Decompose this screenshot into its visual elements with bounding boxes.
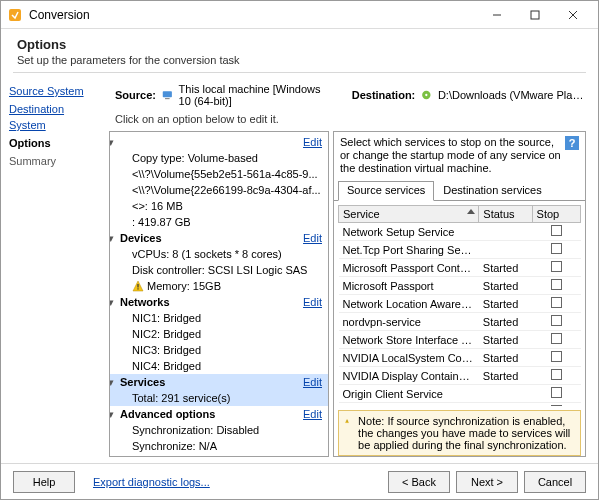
status-cell: Started bbox=[479, 331, 532, 349]
table-row[interactable]: Origin Web Helper ServiceStarted bbox=[339, 403, 581, 407]
dest-value: D:\Downloads (VMware Player 7.x/12.x) bbox=[438, 89, 586, 101]
sidebar-item-source-system[interactable]: Source System bbox=[9, 83, 101, 99]
table-row[interactable]: Network Location AwarenessStarted bbox=[339, 295, 581, 313]
table-row[interactable]: Network Setup Service bbox=[339, 223, 581, 241]
table-row[interactable]: Network Store Interface ServiceStarted bbox=[339, 331, 581, 349]
tree-item-label: NIC2: Bridged bbox=[132, 327, 324, 341]
tree-item[interactable]: <\\?\Volume{22e66199-8c9a-4304-af... bbox=[110, 182, 328, 198]
tree-item-label: <\\?\Volume{55eb2e51-561a-4c85-9... bbox=[132, 167, 324, 181]
maximize-button[interactable] bbox=[516, 2, 554, 28]
stop-cell bbox=[532, 259, 580, 277]
tree-section-header[interactable]: ▾Edit bbox=[110, 134, 328, 150]
edit-link[interactable]: Edit bbox=[303, 231, 324, 245]
table-row[interactable]: Origin Client Service bbox=[339, 385, 581, 403]
svg-rect-6 bbox=[165, 98, 170, 99]
tree-item-label: : 419.87 GB bbox=[132, 215, 324, 229]
tree-item[interactable]: <\\?\Volume{55eb2e51-561a-4c85-9... bbox=[110, 166, 328, 182]
service-cell: Origin Client Service bbox=[339, 385, 479, 403]
hint-text: Click on an option below to edit it. bbox=[109, 111, 586, 131]
help-button[interactable]: Help bbox=[13, 471, 75, 493]
tree-section-header[interactable]: ▾NetworksEdit bbox=[110, 294, 328, 310]
tree-item[interactable]: Memory: 15GB bbox=[110, 278, 328, 294]
sidebar-item-options[interactable]: Options bbox=[9, 135, 101, 151]
edit-link[interactable]: Edit bbox=[303, 407, 324, 421]
tree-item[interactable]: Synchronization: Disabled bbox=[110, 422, 328, 438]
chevron-down-icon: ▾ bbox=[109, 231, 118, 245]
svg-rect-5 bbox=[163, 91, 172, 97]
back-button[interactable]: < Back bbox=[388, 471, 450, 493]
tree-item[interactable]: <>: 16 MB bbox=[110, 198, 328, 214]
tree-item-label: NIC4: Bridged bbox=[132, 359, 324, 373]
col-service[interactable]: Service bbox=[339, 206, 479, 223]
tree-item[interactable]: NIC4: Bridged bbox=[110, 358, 328, 374]
tree-item[interactable]: vCPUs: 8 (1 sockets * 8 cores) bbox=[110, 246, 328, 262]
close-button[interactable] bbox=[554, 2, 592, 28]
cancel-button[interactable]: Cancel bbox=[524, 471, 586, 493]
tree-item-label: <>: 16 MB bbox=[132, 199, 324, 213]
stop-checkbox[interactable] bbox=[551, 387, 562, 398]
tree-item[interactable]: NIC3: Bridged bbox=[110, 342, 328, 358]
header: Options Set up the parameters for the co… bbox=[1, 29, 598, 72]
table-row[interactable]: nordvpn-serviceStarted bbox=[339, 313, 581, 331]
service-cell: nordvpn-service bbox=[339, 313, 479, 331]
table-row[interactable]: NVIDIA LocalSystem ContainerStarted bbox=[339, 349, 581, 367]
table-row[interactable]: Microsoft PassportStarted bbox=[339, 277, 581, 295]
stop-cell bbox=[532, 349, 580, 367]
tree-item-label: <\\?\Volume{22e66199-8c9a-4304-af... bbox=[132, 183, 324, 197]
stop-checkbox[interactable] bbox=[551, 297, 562, 308]
stop-checkbox[interactable] bbox=[551, 261, 562, 272]
source-label: Source: bbox=[115, 89, 156, 101]
edit-link[interactable]: Edit bbox=[303, 375, 324, 389]
stop-checkbox[interactable] bbox=[551, 351, 562, 362]
table-row[interactable]: Net.Tcp Port Sharing Service bbox=[339, 241, 581, 259]
source-value: This local machine [Windows 10 (64-bit)] bbox=[179, 83, 329, 107]
export-logs-link[interactable]: Export diagnostic logs... bbox=[93, 476, 210, 488]
tab-destination-services[interactable]: Destination services bbox=[434, 181, 550, 200]
tree-item[interactable]: Copy type: Volume-based bbox=[110, 150, 328, 166]
tree-section-header[interactable]: ▾DevicesEdit bbox=[110, 230, 328, 246]
stop-checkbox[interactable] bbox=[551, 315, 562, 326]
tree-item-label: Final synchronization: N/A bbox=[132, 455, 324, 457]
stop-cell bbox=[532, 241, 580, 259]
sidebar-item-destination-system[interactable]: Destination System bbox=[9, 101, 101, 133]
col-stop[interactable]: Stop bbox=[532, 206, 580, 223]
tree-item[interactable]: Disk controller: SCSI LSI Logic SAS bbox=[110, 262, 328, 278]
tree-item[interactable]: NIC2: Bridged bbox=[110, 326, 328, 342]
svg-rect-10 bbox=[137, 288, 138, 289]
edit-link[interactable]: Edit bbox=[303, 135, 324, 149]
tab-source-services[interactable]: Source services bbox=[338, 181, 434, 201]
stop-cell bbox=[532, 385, 580, 403]
note-banner: Note: If source synchronization is enabl… bbox=[338, 410, 581, 456]
tree-item[interactable]: Total: 291 service(s) bbox=[110, 390, 328, 406]
status-cell bbox=[479, 241, 532, 259]
stop-checkbox[interactable] bbox=[551, 279, 562, 290]
col-status[interactable]: Status bbox=[479, 206, 532, 223]
tree-item[interactable]: Final synchronization: N/A bbox=[110, 454, 328, 457]
tree-item[interactable]: Synchronize: N/A bbox=[110, 438, 328, 454]
tree-item[interactable]: NIC1: Bridged bbox=[110, 310, 328, 326]
tree-section-header[interactable]: ▾Advanced optionsEdit bbox=[110, 406, 328, 422]
table-row[interactable]: Microsoft Passport ContainerStarted bbox=[339, 259, 581, 277]
next-button[interactable]: Next > bbox=[456, 471, 518, 493]
chevron-down-icon: ▾ bbox=[109, 135, 118, 149]
options-tree[interactable]: ▾EditCopy type: Volume-based<\\?\Volume{… bbox=[109, 131, 329, 457]
status-cell: Started bbox=[479, 313, 532, 331]
help-icon[interactable]: ? bbox=[565, 136, 579, 150]
tree-section-header[interactable]: ▾ServicesEdit bbox=[110, 374, 328, 390]
service-cell: Net.Tcp Port Sharing Service bbox=[339, 241, 479, 259]
chevron-down-icon: ▾ bbox=[109, 407, 118, 421]
services-panel: Select which services to stop on the sou… bbox=[333, 131, 586, 457]
stop-checkbox[interactable] bbox=[551, 243, 562, 254]
minimize-button[interactable] bbox=[478, 2, 516, 28]
sidebar-item-summary[interactable]: Summary bbox=[9, 153, 101, 169]
tree-item[interactable]: : 419.87 GB bbox=[110, 214, 328, 230]
tree-item-label: Networks bbox=[120, 295, 303, 309]
stop-cell bbox=[532, 331, 580, 349]
stop-checkbox[interactable] bbox=[551, 405, 562, 406]
stop-checkbox[interactable] bbox=[551, 333, 562, 344]
table-row[interactable]: NVIDIA Display Container LSStarted bbox=[339, 367, 581, 385]
edit-link[interactable]: Edit bbox=[303, 295, 324, 309]
stop-checkbox[interactable] bbox=[551, 369, 562, 380]
tree-item-label: Total: 291 service(s) bbox=[132, 391, 324, 405]
stop-checkbox[interactable] bbox=[551, 225, 562, 236]
